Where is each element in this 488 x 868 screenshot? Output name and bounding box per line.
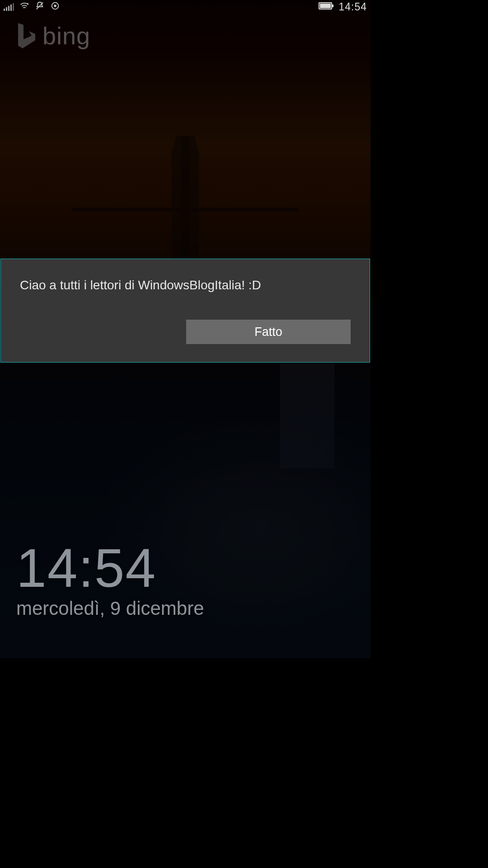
battery-full-icon bbox=[319, 2, 334, 12]
status-right: 14:54 bbox=[319, 1, 367, 13]
location-icon bbox=[50, 1, 60, 13]
svg-rect-5 bbox=[320, 4, 331, 8]
dialog-button-row: Fatto bbox=[1, 320, 370, 344]
clock-time: 14:54 bbox=[16, 541, 204, 595]
svg-rect-6 bbox=[332, 5, 333, 7]
bing-logo-icon bbox=[14, 22, 36, 49]
status-left bbox=[4, 1, 60, 13]
cellular-signal-icon bbox=[4, 3, 14, 11]
bing-logo-text: bing bbox=[42, 22, 90, 50]
svg-marker-0 bbox=[27, 2, 29, 4]
dialog-message: Ciao a tutti i lettori di WindowsBlogIta… bbox=[1, 278, 370, 320]
ringer-silent-icon bbox=[35, 1, 45, 13]
svg-point-3 bbox=[54, 5, 56, 7]
wifi-icon bbox=[19, 1, 29, 13]
status-bar: 14:54 bbox=[0, 0, 371, 14]
bing-logo-area: bing bbox=[14, 22, 90, 50]
statusbar-time: 14:54 bbox=[338, 1, 367, 13]
clock-date: mercoledì, 9 dicembre bbox=[16, 598, 204, 619]
lock-screen-dialog: Ciao a tutti i lettori di WindowsBlogIta… bbox=[0, 259, 370, 363]
done-button[interactable]: Fatto bbox=[186, 320, 351, 344]
lock-clock: 14:54 mercoledì, 9 dicembre bbox=[16, 541, 204, 619]
